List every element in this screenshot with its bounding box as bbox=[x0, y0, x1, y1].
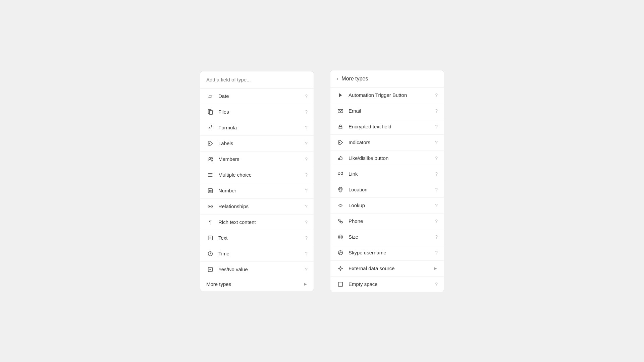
members-help-icon[interactable]: ? bbox=[305, 157, 308, 162]
left-item-labels[interactable]: Labels ? bbox=[200, 136, 314, 152]
right-item-indicators[interactable]: Indicators ? bbox=[330, 135, 444, 150]
svg-point-26 bbox=[339, 142, 340, 143]
phone-help-icon[interactable]: ? bbox=[435, 219, 438, 224]
search-input[interactable] bbox=[206, 77, 308, 82]
svg-point-13 bbox=[211, 205, 213, 207]
back-button[interactable]: ‹ More types bbox=[330, 70, 444, 87]
left-item-multiple-choice[interactable]: Multiple choice ? bbox=[200, 167, 314, 183]
location-help-icon[interactable]: ? bbox=[435, 187, 438, 192]
like-dislike-label: Like/dislike button bbox=[348, 155, 435, 161]
rich-text-icon: ¶ bbox=[206, 218, 214, 226]
size-help-icon[interactable]: ? bbox=[435, 234, 438, 240]
email-icon bbox=[336, 107, 344, 115]
like-dislike-help-icon[interactable]: ? bbox=[435, 156, 438, 161]
relationships-icon bbox=[206, 202, 214, 210]
relationships-help-icon[interactable]: ? bbox=[305, 204, 308, 209]
relationships-label: Relationships bbox=[218, 203, 305, 209]
left-item-yes-no[interactable]: Yes/No value ? bbox=[200, 262, 314, 277]
yes-no-help-icon[interactable]: ? bbox=[305, 267, 308, 272]
phone-icon bbox=[336, 217, 344, 225]
date-icon: ▱ bbox=[206, 92, 214, 100]
empty-space-icon bbox=[336, 280, 344, 288]
size-label: Size bbox=[348, 234, 435, 240]
multiple-choice-help-icon[interactable]: ? bbox=[305, 172, 308, 178]
right-item-skype[interactable]: Skype username ? bbox=[330, 245, 444, 261]
number-help-icon[interactable]: ? bbox=[305, 188, 308, 193]
left-item-time[interactable]: Time ? bbox=[200, 246, 314, 262]
rich-text-help-icon[interactable]: ? bbox=[305, 220, 308, 225]
external-data-arrow-icon: ► bbox=[433, 266, 438, 271]
svg-rect-27 bbox=[338, 158, 340, 160]
svg-point-12 bbox=[208, 205, 210, 207]
right-item-empty-space[interactable]: Empty space ? bbox=[330, 277, 444, 292]
email-label: Email bbox=[348, 108, 435, 114]
skype-icon bbox=[336, 249, 344, 257]
left-item-date[interactable]: ▱ Date ? bbox=[200, 88, 314, 104]
link-help-icon[interactable]: ? bbox=[435, 171, 438, 177]
right-panel: ‹ More types Automation Trigger Button ?… bbox=[330, 70, 444, 292]
multiple-choice-label: Multiple choice bbox=[218, 172, 305, 178]
svg-point-29 bbox=[339, 188, 341, 190]
right-item-phone[interactable]: Phone ? bbox=[330, 214, 444, 229]
formula-label: Formula bbox=[218, 125, 305, 130]
encrypted-text-label: Encrypted text field bbox=[348, 124, 435, 129]
svg-rect-25 bbox=[339, 126, 342, 129]
text-help-icon[interactable]: ? bbox=[305, 235, 308, 241]
right-item-like-dislike[interactable]: Like/dislike button ? bbox=[330, 150, 444, 166]
svg-line-21 bbox=[210, 254, 211, 254]
link-label: Link bbox=[348, 171, 435, 177]
svg-point-30 bbox=[338, 235, 343, 239]
automation-trigger-help-icon[interactable]: ? bbox=[435, 93, 438, 98]
number-label: Number bbox=[218, 188, 305, 193]
left-item-formula[interactable]: x2 Formula ? bbox=[200, 120, 314, 136]
location-label: Location bbox=[348, 187, 435, 192]
yes-no-icon bbox=[206, 265, 214, 274]
left-item-relationships[interactable]: Relationships ? bbox=[200, 199, 314, 215]
right-item-lookup[interactable]: Lookup ? bbox=[330, 198, 444, 214]
right-item-location[interactable]: Location ? bbox=[330, 182, 444, 198]
left-item-number[interactable]: Number ? bbox=[200, 183, 314, 199]
empty-space-help-icon[interactable]: ? bbox=[435, 282, 438, 287]
more-types-title: More types bbox=[341, 76, 368, 82]
left-item-text[interactable]: Text ? bbox=[200, 230, 314, 246]
right-item-size[interactable]: Size ? bbox=[330, 229, 444, 245]
right-item-external-data[interactable]: External data source ► bbox=[330, 261, 444, 277]
left-item-files[interactable]: Files ? bbox=[200, 104, 314, 120]
formula-help-icon[interactable]: ? bbox=[305, 125, 308, 130]
lookup-help-icon[interactable]: ? bbox=[435, 203, 438, 208]
size-icon bbox=[336, 233, 344, 241]
date-label: Date bbox=[218, 93, 305, 99]
right-item-automation-trigger[interactable]: Automation Trigger Button ? bbox=[330, 87, 444, 103]
skype-help-icon[interactable]: ? bbox=[435, 250, 438, 255]
left-panel: ▱ Date ? Files ? x2 Formula ? Labels ? M… bbox=[200, 71, 314, 291]
number-icon bbox=[206, 187, 214, 195]
left-item-members[interactable]: Members ? bbox=[200, 152, 314, 167]
files-help-icon[interactable]: ? bbox=[305, 109, 308, 115]
encrypted-text-icon bbox=[336, 123, 344, 131]
date-help-icon[interactable]: ? bbox=[305, 94, 308, 99]
svg-rect-1 bbox=[209, 110, 212, 114]
right-item-encrypted-text[interactable]: Encrypted text field ? bbox=[330, 119, 444, 135]
labels-icon bbox=[206, 139, 214, 147]
left-item-rich-text[interactable]: ¶ Rich text content ? bbox=[200, 215, 314, 230]
skype-label: Skype username bbox=[348, 250, 435, 255]
indicators-help-icon[interactable]: ? bbox=[435, 140, 438, 145]
right-item-link[interactable]: Link ? bbox=[330, 166, 444, 182]
multiple-choice-icon bbox=[206, 171, 214, 179]
encrypted-text-help-icon[interactable]: ? bbox=[435, 124, 438, 129]
left-items-list: ▱ Date ? Files ? x2 Formula ? Labels ? M… bbox=[200, 88, 314, 277]
right-item-email[interactable]: Email ? bbox=[330, 103, 444, 119]
text-label: Text bbox=[218, 235, 305, 241]
svg-marker-23 bbox=[339, 93, 342, 97]
svg-point-2 bbox=[209, 143, 210, 144]
members-label: Members bbox=[218, 156, 305, 162]
phone-label: Phone bbox=[348, 218, 435, 224]
search-box[interactable] bbox=[200, 71, 314, 88]
more-types-row[interactable]: More types ► bbox=[200, 277, 314, 291]
email-help-icon[interactable]: ? bbox=[435, 108, 438, 114]
lookup-icon bbox=[336, 201, 344, 209]
time-help-icon[interactable]: ? bbox=[305, 251, 308, 256]
automation-trigger-label: Automation Trigger Button bbox=[348, 92, 435, 98]
indicators-icon bbox=[336, 138, 344, 146]
labels-help-icon[interactable]: ? bbox=[305, 141, 308, 146]
